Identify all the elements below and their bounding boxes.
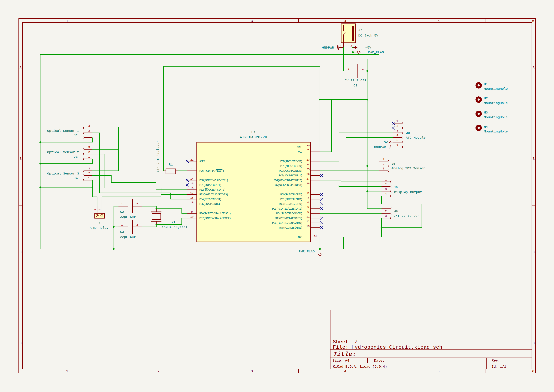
svg-text:3: 3	[88, 124, 90, 127]
svg-text:PB5(SCK/PCINT5): PB5(SCK/PCINT5)	[199, 203, 220, 206]
svg-text:2: 2	[157, 19, 159, 23]
svg-text:PB1(OC1A/PCINT1): PB1(OC1A/PCINT1)	[199, 183, 221, 187]
svg-text:6: 6	[532, 19, 534, 23]
svg-text:28: 28	[306, 182, 310, 185]
svg-text:22pF CAP: 22pF CAP	[120, 235, 136, 239]
svg-text:2: 2	[88, 172, 90, 175]
svg-text:1: 1	[98, 209, 101, 210]
svg-text:VCC: VCC	[298, 150, 302, 154]
svg-text:PWR_FLAG: PWR_FLAG	[368, 51, 384, 54]
svg-text:6: 6	[307, 210, 309, 214]
svg-text:1: 1	[88, 176, 90, 180]
svg-text:PC5(ADC5/SCL/PCINT13): PC5(ADC5/SCL/PCINT13)	[273, 183, 302, 187]
svg-text:PB4(MISO/PCINT4): PB4(MISO/PCINT4)	[199, 198, 221, 201]
svg-text:Optical Sensor 2: Optical Sensor 2	[47, 150, 79, 154]
svg-text:MountingHole: MountingHole	[484, 116, 508, 119]
svg-text:2: 2	[136, 224, 138, 226]
svg-text:PD0(PCINT16/RXD): PD0(PCINT16/RXD)	[280, 193, 302, 196]
svg-text:18: 18	[190, 196, 194, 199]
svg-text:2: 2	[157, 370, 159, 373]
svg-text:2: 2	[307, 192, 309, 195]
svg-text:4: 4	[396, 134, 398, 137]
svg-text:24: 24	[306, 163, 310, 166]
svg-text:6: 6	[396, 143, 398, 147]
svg-text:MountingHole: MountingHole	[484, 130, 508, 133]
svg-text:J4: J4	[74, 176, 78, 180]
svg-text:J2: J2	[74, 134, 78, 137]
svg-text:PWR_FLAG: PWR_FLAG	[299, 250, 315, 253]
svg-text:2: 2	[385, 183, 387, 186]
svg-text:16MHz Crystal: 16MHz Crystal	[162, 225, 187, 229]
svg-text:1: 1	[396, 120, 398, 123]
svg-text:C2: C2	[120, 210, 124, 214]
svg-text:Optical Sensor 1: Optical Sensor 1	[47, 129, 79, 133]
svg-text:Date:: Date:	[374, 359, 385, 363]
svg-text:10: 10	[190, 215, 194, 218]
svg-text:D: D	[20, 341, 21, 345]
svg-text:C: C	[533, 250, 534, 254]
svg-text:B: B	[533, 157, 534, 161]
svg-text:12: 12	[306, 220, 310, 223]
svg-text:Rev:: Rev:	[492, 359, 500, 363]
svg-text:PC0(ADC0/PCINT8): PC0(ADC0/PCINT8)	[280, 160, 302, 163]
svg-text:3: 3	[251, 370, 253, 373]
svg-text:GNDPWR: GNDPWR	[374, 145, 386, 149]
svg-text:J1: J1	[97, 221, 100, 225]
svg-text:16: 16	[190, 187, 194, 190]
svg-text:5: 5	[437, 19, 439, 23]
svg-text:PC6(PCINT14/RESET): PC6(PCINT14/RESET)	[199, 169, 224, 172]
svg-text:1: 1	[66, 19, 68, 23]
svg-text:PD7(PCINT23/AIN1): PD7(PCINT23/AIN1)	[279, 226, 302, 229]
svg-text:2: 2	[347, 68, 349, 70]
svg-text:J5: J5	[391, 162, 395, 166]
svg-text:D: D	[533, 341, 534, 345]
svg-text:1: 1	[385, 178, 387, 181]
svg-text:File: Hydroponics Circuit.kica: File: Hydroponics Circuit.kicad_sch	[333, 344, 442, 350]
svg-text:20: 20	[306, 144, 310, 147]
svg-text:3: 3	[383, 167, 385, 170]
svg-text:7: 7	[307, 149, 309, 152]
svg-text:21: 21	[190, 158, 194, 161]
svg-text:A: A	[20, 66, 22, 70]
svg-text:PC3(ADC3/PCINT11): PC3(ADC3/PCINT11)	[279, 174, 302, 177]
svg-text:AREF: AREF	[199, 160, 205, 163]
svg-text:5V 22uF CAP: 5V 22uF CAP	[345, 79, 367, 82]
svg-text:Optical Sensor 3: Optical Sensor 3	[47, 172, 79, 175]
svg-text:R1: R1	[169, 163, 173, 167]
svg-text:1: 1	[191, 168, 193, 171]
svg-text:PC1(ADC1/PCINT9): PC1(ADC1/PCINT9)	[280, 165, 302, 168]
svg-text:C1: C1	[353, 84, 357, 87]
svg-text:3: 3	[385, 215, 387, 218]
svg-text:DC Jack 5V: DC Jack 5V	[358, 34, 378, 37]
svg-text:2: 2	[94, 209, 96, 210]
svg-text:PC4(ADC4/SDA/PCINT12): PC4(ADC4/SDA/PCINT12)	[273, 179, 302, 182]
svg-text:Title:: Title:	[333, 351, 356, 358]
svg-text:15: 15	[190, 182, 194, 185]
svg-text:5: 5	[307, 206, 309, 209]
svg-text:Sheet: /: Sheet: /	[333, 339, 358, 345]
svg-text:26: 26	[306, 173, 310, 176]
svg-text:3: 3	[88, 167, 90, 170]
svg-text:4: 4	[307, 201, 309, 204]
svg-text:3: 3	[385, 188, 387, 191]
svg-text:PB6(PCINT6/XTAL1/TOSC1): PB6(PCINT6/XTAL1/TOSC1)	[199, 212, 231, 215]
svg-text:2: 2	[88, 129, 90, 132]
svg-text:9: 9	[191, 210, 193, 214]
svg-text:4: 4	[385, 192, 387, 196]
svg-text:+5V: +5V	[365, 46, 371, 49]
svg-text:J3: J3	[74, 155, 78, 159]
svg-text:1: 1	[66, 370, 68, 373]
svg-text:A: A	[533, 66, 535, 70]
svg-text:J6: J6	[394, 209, 398, 213]
svg-text:4: 4	[344, 370, 346, 373]
svg-text:5: 5	[396, 139, 398, 142]
svg-text:1: 1	[362, 68, 364, 70]
svg-text:PB7(PCINT7/XTAL2/TOSC2): PB7(PCINT7/XTAL2/TOSC2)	[199, 217, 231, 220]
svg-text:PD6(PCINT22/OC0A/AIN0): PD6(PCINT22/OC0A/AIN0)	[272, 221, 302, 225]
svg-text:GND: GND	[298, 236, 302, 239]
svg-text:1: 1	[88, 155, 90, 158]
svg-text:MountingHole: MountingHole	[484, 101, 508, 105]
svg-text:ATMEGA328-PU: ATMEGA328-PU	[240, 135, 267, 140]
svg-text:1: 1	[383, 158, 385, 161]
svg-text:10k Ohm Resistor: 10k Ohm Resistor	[156, 140, 160, 172]
